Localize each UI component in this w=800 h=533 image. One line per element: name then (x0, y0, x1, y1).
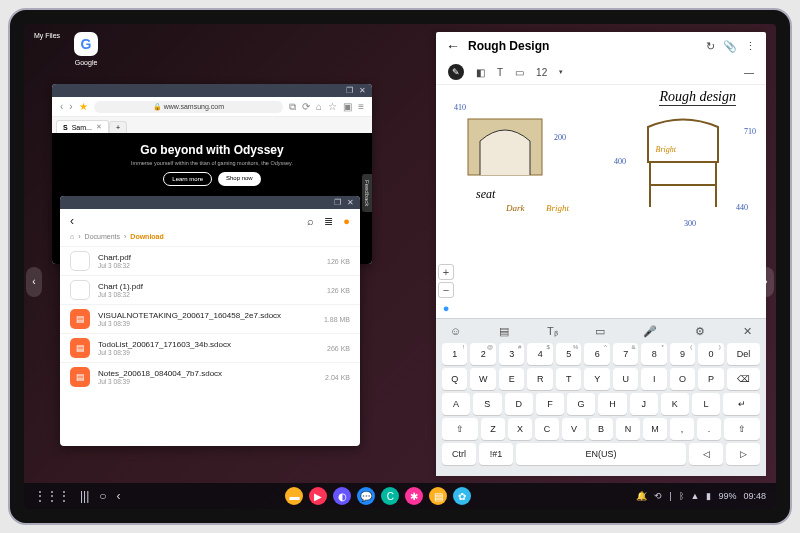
forward-icon[interactable]: › (69, 101, 72, 112)
key-q[interactable]: Q (442, 368, 467, 390)
key-d[interactable]: D (505, 393, 533, 415)
rotation-lock-icon[interactable]: ⟲ (654, 491, 662, 501)
window-titlebar[interactable]: ❐ ✕ (52, 84, 372, 97)
bluetooth-icon[interactable]: ᛒ (679, 491, 684, 501)
file-row[interactable]: ▤Notes_200618_084004_7b7.sdocxJul 3 08:3… (60, 362, 360, 391)
key-5[interactable]: %5 (556, 343, 581, 365)
taskbar-app[interactable]: ▶ (309, 487, 327, 505)
key-del[interactable]: Del (727, 343, 760, 365)
eraser-icon[interactable]: ◧ (476, 67, 485, 78)
key-2[interactable]: @2 (470, 343, 495, 365)
desktop-icon-google[interactable]: G Google (74, 32, 98, 66)
key-s[interactable]: S (473, 393, 501, 415)
taskbar-app[interactable]: ▤ (429, 487, 447, 505)
key-c[interactable]: C (535, 418, 559, 440)
zoom-out-button[interactable]: − (438, 282, 454, 298)
view-toggle-icon[interactable]: ≣ (324, 215, 333, 228)
key-6[interactable]: ^6 (584, 343, 609, 365)
taskbar-app[interactable]: ✱ (405, 487, 423, 505)
menu-icon[interactable]: ≡ (358, 101, 364, 112)
key-3[interactable]: #3 (499, 343, 524, 365)
shape-tool-icon[interactable]: ▭ (515, 67, 524, 78)
key-space[interactable]: EN(US) (516, 443, 686, 465)
desktop-icon-myfiles[interactable]: ▬ My Files (34, 32, 60, 66)
home-button-icon[interactable]: ○ (99, 489, 106, 503)
breadcrumb[interactable]: ⌂ › Documents › Download (60, 233, 360, 246)
handwrite-key[interactable]: Tᵦ (547, 325, 558, 338)
key-h[interactable]: H (598, 393, 626, 415)
learn-more-button[interactable]: Learn more (163, 172, 212, 186)
window-titlebar[interactable]: ❐ ✕ (60, 196, 360, 209)
files-back-button[interactable]: ‹ (70, 214, 74, 228)
key-g[interactable]: G (567, 393, 595, 415)
key-backspace[interactable]: ⌫ (727, 368, 760, 390)
color-drop-icon[interactable]: ● (438, 300, 454, 316)
zoom-value[interactable]: 12 (536, 67, 547, 78)
key-8[interactable]: *8 (641, 343, 666, 365)
key-right[interactable]: ▷ (726, 443, 760, 465)
tabs-icon[interactable]: ▣ (343, 101, 352, 112)
key-y[interactable]: Y (584, 368, 609, 390)
key-4[interactable]: $4 (527, 343, 552, 365)
battery-icon[interactable]: ▮ (706, 491, 711, 501)
tab-close-icon[interactable]: ✕ (96, 123, 102, 131)
wifi-icon[interactable]: ▲ (691, 491, 700, 501)
clipboard-key[interactable]: ▭ (595, 325, 605, 338)
clock[interactable]: 09:48 (743, 491, 766, 501)
key-i[interactable]: I (641, 368, 666, 390)
taskbar-app[interactable]: C (381, 487, 399, 505)
drawing-canvas[interactable]: Rough design 410 200 seat 710 400 300 44… (436, 85, 766, 318)
key-v[interactable]: V (562, 418, 586, 440)
back-icon[interactable]: ← (446, 38, 460, 54)
key-shift-right[interactable]: ⇧ (724, 418, 760, 440)
key-7[interactable]: &7 (613, 343, 638, 365)
home-icon[interactable]: ⌂ (316, 101, 322, 112)
key-u[interactable]: U (613, 368, 638, 390)
key-o[interactable]: O (670, 368, 695, 390)
back-nav-icon[interactable]: ‹ (117, 489, 121, 503)
key-a[interactable]: A (442, 393, 470, 415)
apps-grid-icon[interactable]: ⋮⋮⋮ (34, 489, 70, 503)
key-e[interactable]: E (499, 368, 524, 390)
tab-samsung[interactable]: S Sam... ✕ (56, 120, 109, 133)
back-icon[interactable]: ‹ (60, 101, 63, 112)
reader-icon[interactable]: ⧉ (289, 101, 296, 113)
search-icon[interactable]: ⌕ (307, 215, 314, 228)
file-row[interactable]: ▤TodoList_200617_171603_34b.sdocxJul 3 0… (60, 333, 360, 362)
pen-tool-icon[interactable]: ✎ (448, 64, 464, 80)
key-l[interactable]: L (692, 393, 720, 415)
key-comma[interactable]: , (670, 418, 694, 440)
key-9[interactable]: (9 (670, 343, 695, 365)
key-b[interactable]: B (589, 418, 613, 440)
taskbar-app[interactable]: ✿ (453, 487, 471, 505)
key-0[interactable]: )0 (698, 343, 723, 365)
text-tool-icon[interactable]: T (497, 67, 503, 78)
reload-icon[interactable]: ⟳ (302, 101, 310, 112)
key-r[interactable]: R (527, 368, 552, 390)
key-z[interactable]: Z (481, 418, 505, 440)
close-keyboard[interactable]: ✕ (743, 325, 752, 338)
file-row[interactable]: Chart (1).pdfJul 3 08:32126 KB (60, 275, 360, 304)
key-enter[interactable]: ↵ (723, 393, 760, 415)
taskbar-app[interactable]: ◐ (333, 487, 351, 505)
share-icon[interactable]: — (744, 67, 754, 78)
sticker-key[interactable]: ▤ (499, 325, 509, 338)
key-w[interactable]: W (470, 368, 495, 390)
emoji-key[interactable]: ☺ (450, 325, 461, 338)
key-1[interactable]: !1 (442, 343, 467, 365)
key-x[interactable]: X (508, 418, 532, 440)
maximize-icon[interactable]: ❐ (346, 86, 353, 95)
voice-key[interactable]: 🎤 (643, 325, 657, 338)
bookmark-star-icon[interactable]: ★ (79, 101, 88, 112)
close-icon[interactable]: ✕ (359, 86, 366, 95)
key-j[interactable]: J (630, 393, 658, 415)
more-icon[interactable]: ● (343, 215, 350, 228)
file-row[interactable]: ▤VISUALNOTETAKING_200617_160458_2e7.sdoc… (60, 304, 360, 333)
key-n[interactable]: N (616, 418, 640, 440)
key-symbols[interactable]: !#1 (479, 443, 513, 465)
favorite-icon[interactable]: ☆ (328, 101, 337, 112)
attach-icon[interactable]: 📎 (723, 40, 737, 53)
key-m[interactable]: M (643, 418, 667, 440)
settings-key[interactable]: ⚙ (695, 325, 705, 338)
recents-icon[interactable]: ||| (80, 489, 89, 503)
